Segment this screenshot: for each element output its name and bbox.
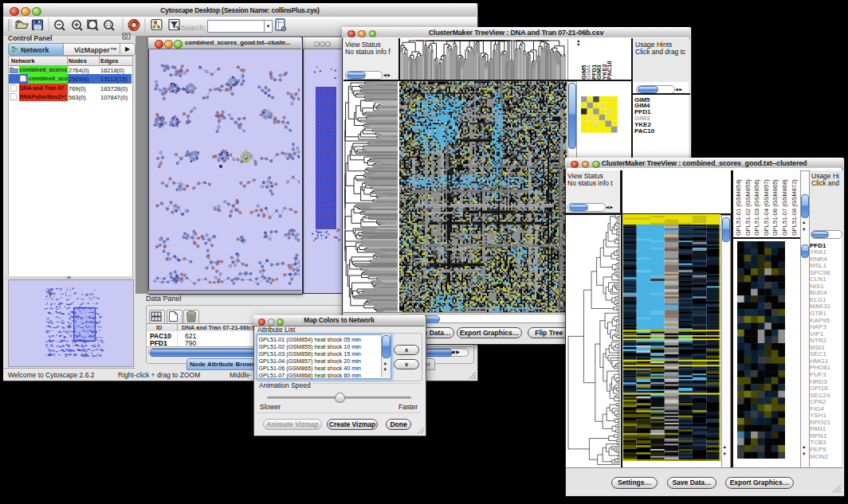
- svg-text:1:1: 1:1: [105, 22, 112, 27]
